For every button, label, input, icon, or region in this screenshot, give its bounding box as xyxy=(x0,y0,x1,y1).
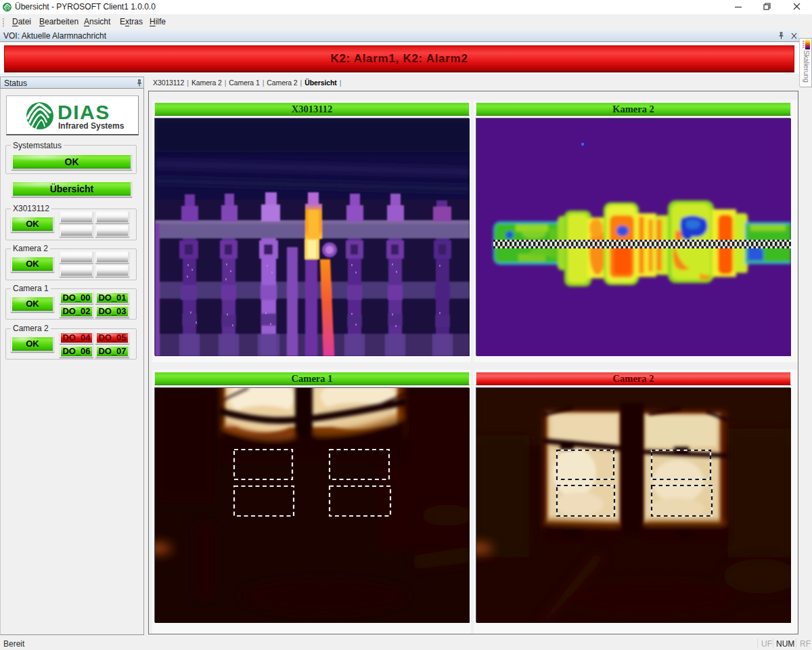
svg-text:Infrared Systems: Infrared Systems xyxy=(58,121,125,131)
svg-text:DIAS: DIAS xyxy=(58,101,110,123)
